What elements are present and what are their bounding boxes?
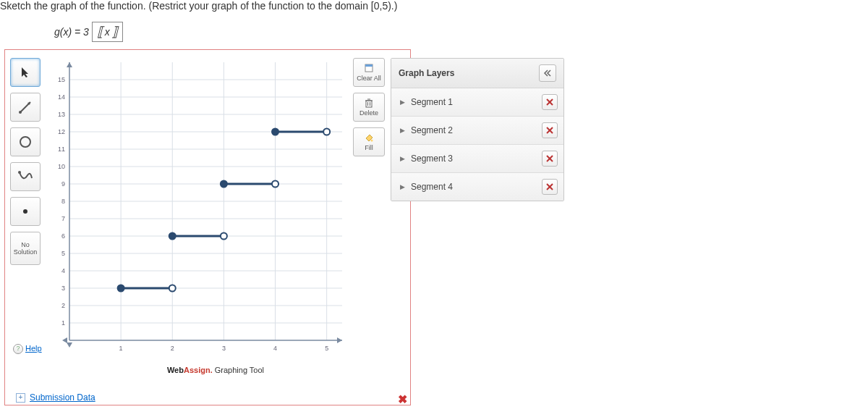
delete-layer-button[interactable] (542, 122, 558, 138)
help-link[interactable]: ?Help (13, 344, 42, 354)
svg-marker-29 (67, 62, 72, 67)
svg-point-56 (169, 233, 176, 240)
delete-layer-button[interactable] (542, 179, 558, 195)
svg-text:4: 4 (61, 267, 65, 274)
help-icon: ? (13, 344, 23, 354)
delete-layer-button[interactable] (542, 151, 558, 167)
svg-marker-28 (337, 337, 342, 343)
tool-palette: No Solution (10, 58, 43, 271)
svg-text:5: 5 (325, 345, 328, 352)
trash-icon (364, 98, 374, 108)
formula-lhs: g(x) = 3 (54, 26, 89, 38)
tool-pointer[interactable] (10, 58, 41, 87)
svg-text:12: 12 (58, 128, 65, 135)
action-column: Clear All Delete Fill (353, 58, 383, 162)
svg-text:2: 2 (171, 345, 174, 352)
svg-text:14: 14 (58, 93, 65, 101)
chevron-right-icon: ▶ (400, 98, 405, 106)
fill-icon (364, 133, 374, 143)
svg-marker-31 (67, 342, 72, 348)
svg-text:15: 15 (58, 76, 65, 83)
svg-point-3 (20, 137, 30, 147)
chevron-right-icon: ▶ (400, 155, 405, 162)
svg-point-60 (272, 181, 278, 188)
svg-point-63 (323, 129, 330, 135)
tool-footer: WebAssign. Graphing Tool (49, 366, 382, 374)
svg-point-71 (371, 140, 373, 142)
svg-text:4: 4 (273, 345, 277, 352)
fill-button[interactable]: Fill (353, 127, 385, 156)
tool-curve[interactable] (10, 162, 41, 191)
submission-data-link[interactable]: +Submission Data (16, 392, 95, 403)
svg-marker-30 (62, 337, 67, 343)
svg-point-4 (18, 171, 21, 174)
svg-point-54 (169, 285, 176, 292)
svg-text:3: 3 (222, 345, 226, 352)
svg-point-59 (221, 181, 227, 188)
delete-button[interactable]: Delete (353, 93, 385, 122)
svg-point-62 (272, 129, 278, 135)
svg-text:1: 1 (61, 319, 65, 327)
collapse-panel-button[interactable] (539, 64, 556, 82)
layer-name: Segment 2 (411, 125, 542, 135)
formula-var: x (103, 26, 111, 38)
tool-circle[interactable] (10, 127, 41, 156)
tool-no-solution[interactable]: No Solution (10, 232, 41, 265)
layer-name: Segment 4 (411, 182, 542, 192)
chevron-left-double-icon (543, 70, 552, 77)
expand-icon: + (16, 393, 25, 403)
svg-text:3: 3 (61, 285, 65, 292)
clear-all-button[interactable]: Clear All (353, 58, 385, 87)
graph-canvas[interactable]: 12345123456789101112131415 (49, 56, 349, 361)
svg-text:5: 5 (61, 250, 65, 257)
svg-text:6: 6 (61, 232, 65, 240)
layer-name: Segment 1 (411, 97, 542, 107)
clear-icon (364, 63, 374, 73)
incorrect-icon: ✖ (398, 392, 407, 406)
svg-text:2: 2 (61, 302, 65, 309)
svg-text:1: 1 (119, 345, 123, 352)
graph-layers-panel: Graph Layers ▶Segment 1▶Segment 2▶Segmen… (391, 58, 564, 201)
svg-text:13: 13 (58, 111, 65, 118)
svg-text:8: 8 (61, 198, 65, 205)
svg-text:7: 7 (61, 215, 65, 222)
chevron-right-icon: ▶ (400, 183, 405, 190)
tool-segment[interactable] (10, 93, 41, 122)
svg-text:9: 9 (61, 180, 65, 188)
svg-rect-66 (366, 101, 372, 107)
panel-title: Graph Layers (399, 68, 454, 78)
svg-rect-65 (365, 64, 373, 67)
tool-point[interactable] (10, 197, 41, 226)
chevron-right-icon: ▶ (400, 127, 405, 134)
svg-point-57 (221, 233, 227, 240)
layer-item[interactable]: ▶Segment 2 (391, 117, 563, 145)
function-formula: g(x) = 3 ⟦ x ⟧ (54, 22, 123, 42)
svg-point-5 (23, 209, 27, 214)
svg-point-2 (19, 111, 22, 114)
ceiling-box[interactable]: ⟦ x ⟧ (92, 22, 123, 42)
layer-item[interactable]: ▶Segment 1 (391, 88, 563, 117)
layer-item[interactable]: ▶Segment 4 (391, 173, 563, 201)
layer-item[interactable]: ▶Segment 3 (391, 145, 563, 173)
svg-point-53 (118, 285, 124, 292)
svg-text:10: 10 (58, 163, 65, 170)
layer-name: Segment 3 (411, 154, 542, 164)
svg-text:11: 11 (58, 146, 65, 153)
delete-layer-button[interactable] (542, 94, 558, 110)
question-prompt: Sketch the graph of the function. (Restr… (0, 0, 397, 12)
